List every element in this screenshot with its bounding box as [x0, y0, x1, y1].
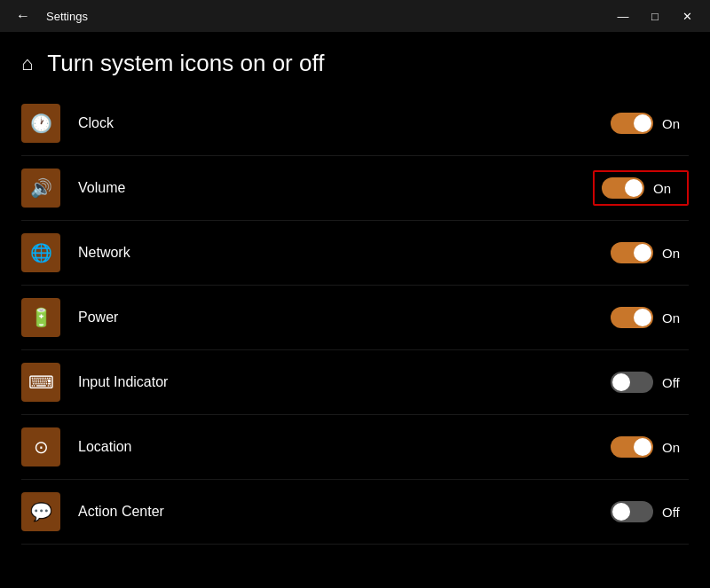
- title-bar-left: ← Settings: [11, 6, 88, 26]
- location-toggle-thumb: [634, 438, 651, 456]
- action-center-status: Off: [662, 505, 689, 520]
- clock-toggle-wrap: On: [611, 113, 689, 134]
- action-center-label: Action Center: [78, 504, 611, 520]
- settings-item-clock: 🕐ClockOn: [21, 91, 689, 156]
- volume-toggle-thumb: [625, 179, 643, 197]
- power-toggle-wrap: On: [611, 307, 689, 328]
- title-bar-controls: — □ ✕: [611, 5, 699, 27]
- network-toggle-thumb: [634, 244, 651, 262]
- home-icon: ⌂: [21, 52, 33, 75]
- input-indicator-status: Off: [662, 375, 689, 390]
- power-icon: 🔋: [30, 307, 52, 328]
- network-toggle[interactable]: [611, 242, 653, 263]
- clock-toggle[interactable]: [611, 113, 653, 134]
- settings-item-volume: 🔊VolumeOn: [21, 156, 689, 221]
- maximize-button[interactable]: □: [643, 5, 667, 27]
- input-indicator-toggle-thumb: [612, 373, 630, 391]
- page-header: ⌂ Turn system icons on or off: [0, 32, 710, 91]
- settings-item-input-indicator: ⌨Input IndicatorOff: [21, 350, 689, 415]
- volume-icon: 🔊: [30, 177, 52, 199]
- action-center-icon: 💬: [30, 501, 52, 522]
- title-bar-title: Settings: [46, 10, 88, 23]
- power-status: On: [662, 310, 689, 325]
- volume-toggle[interactable]: [602, 177, 644, 199]
- power-icon-wrap: 🔋: [21, 298, 60, 337]
- network-status: On: [662, 246, 689, 261]
- location-icon-wrap: ⊙: [21, 427, 60, 466]
- network-icon-wrap: 🌐: [21, 233, 60, 272]
- power-toggle-thumb: [634, 309, 651, 326]
- input-indicator-label: Input Indicator: [78, 374, 611, 390]
- settings-item-network: 🌐NetworkOn: [21, 221, 689, 286]
- action-center-toggle-thumb: [612, 503, 630, 521]
- settings-item-power: 🔋PowerOn: [21, 286, 689, 350]
- location-icon: ⊙: [34, 436, 49, 458]
- action-center-toggle-wrap: Off: [611, 501, 689, 522]
- volume-status: On: [653, 181, 680, 196]
- back-button[interactable]: ←: [11, 6, 36, 26]
- settings-item-action-center: 💬Action CenterOff: [21, 480, 689, 545]
- input-indicator-toggle-wrap: Off: [611, 372, 689, 393]
- location-status: On: [662, 440, 689, 455]
- input-indicator-icon-wrap: ⌨: [21, 363, 60, 402]
- power-label: Power: [78, 310, 611, 325]
- power-toggle[interactable]: [611, 307, 653, 328]
- clock-icon-wrap: 🕐: [21, 104, 60, 143]
- network-toggle-wrap: On: [611, 242, 689, 263]
- action-center-toggle[interactable]: [611, 501, 653, 522]
- settings-list: 🕐ClockOn🔊VolumeOn🌐NetworkOn🔋PowerOn⌨Inpu…: [0, 91, 710, 545]
- action-center-icon-wrap: 💬: [21, 492, 60, 531]
- input-indicator-icon: ⌨: [28, 372, 54, 393]
- location-toggle[interactable]: [611, 436, 653, 458]
- volume-label: Volume: [78, 180, 593, 196]
- volume-icon-wrap: 🔊: [21, 169, 60, 208]
- location-label: Location: [78, 439, 611, 455]
- minimize-button[interactable]: —: [611, 5, 635, 27]
- close-button[interactable]: ✕: [674, 5, 699, 27]
- clock-status: On: [662, 116, 689, 131]
- network-label: Network: [78, 245, 611, 261]
- clock-icon: 🕐: [30, 113, 52, 134]
- settings-item-location: ⊙LocationOn: [21, 415, 689, 480]
- location-toggle-wrap: On: [611, 436, 689, 458]
- volume-toggle-wrap: On: [593, 170, 689, 206]
- title-bar: ← Settings — □ ✕: [0, 0, 710, 32]
- clock-label: Clock: [78, 115, 611, 131]
- page-title: Turn system icons on or off: [47, 50, 324, 77]
- input-indicator-toggle[interactable]: [611, 372, 653, 393]
- clock-toggle-thumb: [634, 114, 651, 132]
- network-icon: 🌐: [30, 242, 52, 263]
